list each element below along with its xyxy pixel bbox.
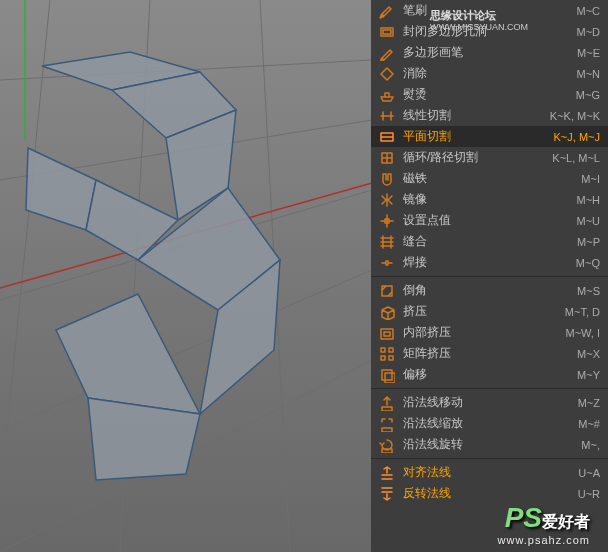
menu-item-normal-move[interactable]: 沿法线移动M~Z bbox=[371, 392, 608, 413]
svg-marker-18 bbox=[56, 294, 200, 414]
menu-item-magnet[interactable]: 磁铁M~I bbox=[371, 168, 608, 189]
reverse-normal-icon bbox=[377, 486, 397, 502]
menu-item-bevel[interactable]: 倒角M~S bbox=[371, 280, 608, 301]
menu-item-label: 熨烫 bbox=[403, 86, 576, 103]
menu-item-shortcut: M~D bbox=[576, 26, 600, 38]
mirror-icon bbox=[377, 192, 397, 208]
menu-item-shortcut: K~J, M~J bbox=[554, 131, 600, 143]
menu-item-shortcut: U~R bbox=[578, 488, 600, 500]
dissolve-icon bbox=[377, 66, 397, 82]
normal-scale-icon bbox=[377, 416, 397, 432]
offset-icon bbox=[377, 367, 397, 383]
menu-separator bbox=[371, 388, 608, 389]
menu-item-shortcut: M~S bbox=[577, 285, 600, 297]
menu-item-label: 矩阵挤压 bbox=[403, 345, 577, 362]
menu-item-label: 循环/路径切割 bbox=[403, 149, 552, 166]
menu-item-label: 挤压 bbox=[403, 303, 565, 320]
menu-item-label: 焊接 bbox=[403, 254, 576, 271]
menu-item-shortcut: M~Q bbox=[576, 257, 600, 269]
menu-item-normal-scale[interactable]: 沿法线缩放M~# bbox=[371, 413, 608, 434]
close-holes-icon bbox=[377, 24, 397, 40]
menu-item-shortcut: M~X bbox=[577, 348, 600, 360]
line-cut-icon bbox=[377, 108, 397, 124]
menu-item-label: 沿法线旋转 bbox=[403, 436, 581, 453]
matrix-extrude-icon bbox=[377, 346, 397, 362]
context-menu[interactable]: 笔刷M~C封闭多边形孔洞M~D多边形画笔M~E消除M~N熨烫M~G线性切割K~K… bbox=[371, 0, 608, 552]
menu-item-label: 设置点值 bbox=[403, 212, 576, 229]
menu-item-shortcut: M~C bbox=[576, 5, 600, 17]
menu-item-shortcut: M~U bbox=[576, 215, 600, 227]
menu-item-brush[interactable]: 笔刷M~C bbox=[371, 0, 608, 21]
menu-item-shortcut: M~H bbox=[576, 194, 600, 206]
svg-marker-14 bbox=[26, 148, 96, 230]
menu-item-shortcut: M~Z bbox=[578, 397, 600, 409]
menu-separator bbox=[371, 276, 608, 277]
brush-icon bbox=[377, 3, 397, 19]
menu-item-label: 封闭多边形孔洞 bbox=[403, 23, 576, 40]
menu-item-offset[interactable]: 偏移M~Y bbox=[371, 364, 608, 385]
extrude-icon bbox=[377, 304, 397, 320]
menu-item-line-cut[interactable]: 线性切割K~K, M~K bbox=[371, 105, 608, 126]
menu-item-label: 对齐法线 bbox=[403, 464, 578, 481]
menu-item-shortcut: M~Y bbox=[577, 369, 600, 381]
menu-item-iron[interactable]: 熨烫M~G bbox=[371, 84, 608, 105]
menu-item-label: 内部挤压 bbox=[403, 324, 565, 341]
menu-item-set-point[interactable]: 设置点值M~U bbox=[371, 210, 608, 231]
menu-item-align-normal[interactable]: 对齐法线U~A bbox=[371, 462, 608, 483]
menu-item-label: 多边形画笔 bbox=[403, 44, 577, 61]
menu-item-label: 反转法线 bbox=[403, 485, 578, 502]
menu-item-shortcut: M~N bbox=[576, 68, 600, 80]
menu-item-normal-rotate[interactable]: 沿法线旋转M~, bbox=[371, 434, 608, 455]
menu-item-shortcut: M~# bbox=[578, 418, 600, 430]
menu-item-shortcut: M~G bbox=[576, 89, 600, 101]
menu-item-label: 偏移 bbox=[403, 366, 577, 383]
menu-item-reverse-normal[interactable]: 反转法线U~R bbox=[371, 483, 608, 504]
menu-item-label: 笔刷 bbox=[403, 2, 576, 19]
plane-cut-icon bbox=[377, 129, 397, 145]
menu-separator bbox=[371, 458, 608, 459]
menu-item-label: 平面切割 bbox=[403, 128, 554, 145]
menu-item-shortcut: M~E bbox=[577, 47, 600, 59]
menu-item-shortcut: M~T, D bbox=[565, 306, 600, 318]
menu-item-label: 磁铁 bbox=[403, 170, 581, 187]
menu-item-close-holes[interactable]: 封闭多边形孔洞M~D bbox=[371, 21, 608, 42]
menu-item-stitch[interactable]: 缝合M~P bbox=[371, 231, 608, 252]
poly-pen-icon bbox=[377, 45, 397, 61]
menu-item-shortcut: U~A bbox=[578, 467, 600, 479]
menu-item-shortcut: M~, bbox=[581, 439, 600, 451]
menu-item-extrude[interactable]: 挤压M~T, D bbox=[371, 301, 608, 322]
menu-item-shortcut: K~K, M~K bbox=[550, 110, 600, 122]
loop-cut-icon bbox=[377, 150, 397, 166]
menu-item-shortcut: M~W, I bbox=[565, 327, 600, 339]
menu-item-label: 线性切割 bbox=[403, 107, 550, 124]
menu-item-inner-extrude[interactable]: 内部挤压M~W, I bbox=[371, 322, 608, 343]
normal-rotate-icon bbox=[377, 437, 397, 453]
bevel-icon bbox=[377, 283, 397, 299]
normal-move-icon bbox=[377, 395, 397, 411]
menu-item-label: 消除 bbox=[403, 65, 576, 82]
menu-item-poly-pen[interactable]: 多边形画笔M~E bbox=[371, 42, 608, 63]
set-point-icon bbox=[377, 213, 397, 229]
menu-item-shortcut: M~P bbox=[577, 236, 600, 248]
menu-item-dissolve[interactable]: 消除M~N bbox=[371, 63, 608, 84]
menu-item-weld[interactable]: 焊接M~Q bbox=[371, 252, 608, 273]
menu-item-label: 缝合 bbox=[403, 233, 577, 250]
weld-icon bbox=[377, 255, 397, 271]
menu-item-shortcut: M~I bbox=[581, 173, 600, 185]
align-normal-icon bbox=[377, 465, 397, 481]
menu-item-label: 镜像 bbox=[403, 191, 576, 208]
menu-item-shortcut: K~L, M~L bbox=[552, 152, 600, 164]
inner-extrude-icon bbox=[377, 325, 397, 341]
menu-item-label: 倒角 bbox=[403, 282, 577, 299]
menu-item-label: 沿法线缩放 bbox=[403, 415, 578, 432]
magnet-icon bbox=[377, 171, 397, 187]
stitch-icon bbox=[377, 234, 397, 250]
menu-item-loop-cut[interactable]: 循环/路径切割K~L, M~L bbox=[371, 147, 608, 168]
menu-item-matrix-extrude[interactable]: 矩阵挤压M~X bbox=[371, 343, 608, 364]
iron-icon bbox=[377, 87, 397, 103]
menu-item-plane-cut[interactable]: 平面切割K~J, M~J bbox=[371, 126, 608, 147]
menu-item-label: 沿法线移动 bbox=[403, 394, 578, 411]
menu-item-mirror[interactable]: 镜像M~H bbox=[371, 189, 608, 210]
